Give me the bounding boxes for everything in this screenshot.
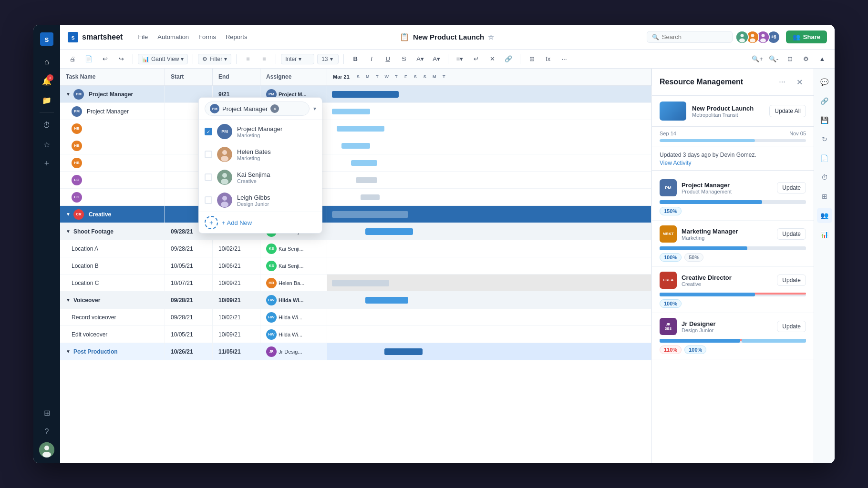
dropdown-checkbox-1[interactable]: ✓ (205, 128, 212, 135)
assignee-name: Hilda Wi... (279, 297, 303, 303)
align-right-button[interactable]: ≡ (258, 52, 271, 66)
table-row[interactable]: HB 9/16/21 HB Helen Ba... (60, 120, 651, 137)
dropdown-item-hb[interactable]: Helen Bates Marketing (199, 143, 322, 166)
update-all-button[interactable]: Update All (769, 105, 806, 117)
formula-button[interactable]: fx (541, 52, 555, 66)
rp-link-icon[interactable]: 🔗 (817, 93, 832, 109)
dropdown-checkbox-3[interactable] (205, 173, 212, 181)
zoom-in-button[interactable]: 🔍+ (751, 52, 764, 66)
clear-button[interactable]: ✕ (486, 52, 499, 66)
nav-forms[interactable]: Forms (198, 33, 216, 41)
link-button[interactable]: 🔗 (502, 52, 515, 66)
wrap-button[interactable]: ↵ (469, 52, 483, 66)
rp-history-icon[interactable]: ⏱ (817, 170, 832, 185)
sidebar-item-history[interactable]: ⏱ (38, 117, 55, 134)
update-button-pm[interactable]: Update (777, 182, 806, 193)
table-row[interactable]: HB 9/25/21 HB Helen Ba... (60, 154, 651, 172)
underline-button[interactable]: U (381, 52, 394, 66)
search-input[interactable] (662, 33, 724, 41)
sidebar-item-files[interactable]: 📁 (38, 92, 55, 109)
collapse-button[interactable]: ▲ (816, 52, 829, 66)
resource-labels-jr: 110% 100% (660, 346, 806, 354)
table-row[interactable]: PM Project Manager 9/25/21 PM Project M.… (60, 103, 651, 120)
filter-dropdown[interactable]: ⚙ Filter ▾ (198, 54, 231, 64)
task-name: Project Manager (89, 91, 133, 98)
update-button-crea[interactable]: Update (777, 274, 806, 286)
print-button[interactable]: 🖨 (66, 52, 79, 66)
settings-button[interactable]: ⚙ (799, 52, 813, 66)
text-highlight-button[interactable]: A▾ (413, 52, 427, 66)
share-button[interactable]: 👥 Share (786, 30, 827, 43)
table-row[interactable]: Edit voiceover 10/05/21 10/09/21 HW Hild… (60, 326, 651, 343)
table-row[interactable]: LG 9/25/21 LG Leigh Gi... (60, 189, 651, 206)
zoom-fit-button[interactable]: ⊡ (783, 52, 796, 66)
rp-document-icon[interactable]: 📄 (817, 151, 832, 166)
align-left-button[interactable]: ≡ (241, 52, 255, 66)
zoom-out-button[interactable]: 🔍- (767, 52, 780, 66)
size-dropdown[interactable]: 13 ▾ (317, 54, 339, 64)
table-row[interactable]: Location B 10/05/21 10/06/21 KS Kai Senj… (60, 257, 651, 274)
view-dropdown[interactable]: 📊 Gantt View ▾ (138, 54, 188, 64)
update-button-mrkt[interactable]: Update (777, 228, 806, 240)
export-button[interactable]: 📄 (82, 52, 95, 66)
table-row[interactable]: ▼ Post Production 10/26/21 11/05/21 JR J… (60, 343, 651, 360)
gantt-cell (327, 309, 651, 325)
redo-button[interactable]: ↪ (114, 52, 128, 66)
update-button-jr[interactable]: Update (777, 321, 806, 332)
rp-chat-icon[interactable]: 💬 (817, 74, 832, 90)
table-row[interactable]: Location C 10/07/21 10/09/21 HB Helen Ba… (60, 274, 651, 292)
svg-point-9 (739, 38, 745, 42)
sidebar-item-help[interactable]: ? (38, 423, 55, 440)
sidebar-item-grid[interactable]: ⊞ (38, 404, 55, 421)
italic-button[interactable]: I (365, 52, 378, 66)
user-avatar[interactable] (39, 442, 54, 458)
bold-button[interactable]: B (349, 52, 362, 66)
favorite-icon[interactable]: ☆ (488, 33, 494, 41)
table-row[interactable]: ▼ CR Creative 10/09/21 CR Creative (60, 206, 651, 223)
sidebar-item-add[interactable]: + (38, 155, 55, 172)
assignee-icon: HB (72, 158, 82, 168)
dropdown-checkbox-4[interactable] (205, 196, 212, 204)
table-row[interactable]: ▼ Voiceover 09/28/21 10/09/21 HW Hilda W… (60, 292, 651, 309)
table-row[interactable]: Record voiceover 09/28/21 10/02/21 HW Hi… (60, 309, 651, 326)
table-row[interactable]: Location A 09/28/21 10/02/21 KS Kai Senj… (60, 240, 651, 257)
rp-save-icon[interactable]: 💾 (817, 112, 832, 128)
rp-resource-icon[interactable]: 👥 (817, 208, 832, 223)
resource-item-mrkt: MRKT Marketing Manager Marketing Update (652, 221, 814, 267)
dropdown-add-button[interactable]: + + Add New (199, 212, 322, 233)
table-button[interactable]: ⊞ (525, 52, 538, 66)
view-activity-link[interactable]: View Activity (660, 160, 806, 166)
panel-more-button[interactable]: ··· (775, 75, 789, 89)
rp-chart-icon[interactable]: 📊 (817, 227, 832, 242)
panel-close-button[interactable]: ✕ (793, 75, 806, 89)
project-name: New Product Launch (692, 105, 764, 112)
table-row[interactable]: ▼ PM Project Manager 9/21 PM Project M..… (60, 86, 651, 103)
nav-file[interactable]: File (138, 33, 148, 41)
nav-reports[interactable]: Reports (226, 33, 248, 41)
rp-refresh-icon[interactable]: ↻ (817, 132, 832, 147)
gantt-bar (332, 211, 408, 218)
sidebar-item-home[interactable]: ⌂ (38, 53, 55, 71)
dropdown-item-pm[interactable]: ✓ PM Project Manager Marketing (199, 120, 322, 143)
timeline-bar (660, 139, 806, 142)
dropdown-item-lg[interactable]: Leigh Gibbs Design Junior (199, 189, 322, 212)
table-row[interactable]: ▼ Shoot Footage 09/28/21 10/09/21 KS Kai… (60, 223, 651, 240)
align-text-button[interactable]: ≡▾ (453, 52, 466, 66)
dropdown-item-ks[interactable]: Kai Senjima Creative (199, 166, 322, 189)
more-button[interactable]: ··· (558, 52, 571, 66)
text-color-button[interactable]: A▾ (430, 52, 443, 66)
table-row[interactable]: HB 9/18/21 HB Helen Ba... (60, 137, 651, 154)
font-dropdown[interactable]: Inter ▾ (281, 54, 314, 64)
nav-automation[interactable]: Automation (157, 33, 189, 41)
rp-table-icon[interactable]: ⊞ (817, 189, 832, 204)
table-row[interactable]: LG 9/25/21 LG Leigh Gi... (60, 172, 651, 189)
dropdown-close-button[interactable]: × (270, 104, 279, 113)
dropdown-checkbox-2[interactable] (205, 151, 212, 158)
gantt-day-s1: S (353, 74, 363, 79)
undo-button[interactable]: ↩ (98, 52, 112, 66)
strikethrough-button[interactable]: S (397, 52, 411, 66)
sidebar-item-favorites[interactable]: ☆ (38, 136, 55, 153)
resource-info-jr: Jr Designer Design Junior (682, 320, 772, 333)
sidebar-item-notifications[interactable]: 🔔 3 (38, 72, 55, 90)
dropdown-search[interactable]: PM Project Manager × (205, 102, 310, 116)
